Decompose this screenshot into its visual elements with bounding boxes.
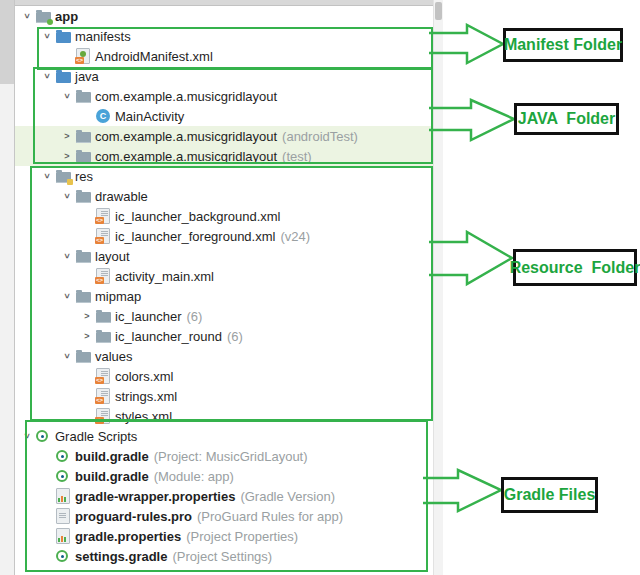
tree-item-annotation: (6) (187, 309, 203, 324)
gradle-icon (36, 430, 48, 442)
tree-item-label: layout (95, 249, 130, 264)
tree-row[interactable]: CMainActivity (14, 106, 442, 126)
chevron-collapsed-icon[interactable]: > (78, 311, 96, 321)
tree-row[interactable]: settings.gradle(Project Settings) (14, 546, 442, 566)
tree-row[interactable]: <>strings.xml (14, 386, 442, 406)
folder-icon (76, 352, 91, 363)
tree-row[interactable]: >drawable (14, 186, 442, 206)
tree-item-label: colors.xml (115, 369, 174, 384)
chevron-expanded-icon[interactable]: > (62, 287, 72, 305)
source-folder-icon (56, 32, 71, 43)
tree-row[interactable]: >ic_launcher(6) (14, 306, 442, 326)
tool-window-bar (0, 0, 15, 575)
xml-file-icon: <> (96, 408, 110, 424)
chevron-expanded-icon[interactable]: > (22, 427, 32, 445)
chevron-collapsed-icon[interactable]: > (78, 331, 96, 341)
tree-row[interactable]: <>colors.xml (14, 366, 442, 386)
chevron-collapsed-icon[interactable]: > (58, 151, 76, 161)
tree-item-label: mipmap (95, 289, 141, 304)
tree-row[interactable]: >app (14, 6, 442, 26)
tree-item-annotation: (v24) (280, 229, 310, 244)
tree-row[interactable]: >values (14, 346, 442, 366)
tree-row[interactable]: >res (14, 166, 442, 186)
scrollbar-thumb[interactable] (435, 2, 442, 20)
tree-row[interactable]: <>ic_launcher_background.xml (14, 206, 442, 226)
tree-item-label: com.example.a.musicgridlayout (95, 129, 277, 144)
tree-item-label: res (75, 169, 93, 184)
tree-item-label: proguard-rules.pro (75, 509, 192, 524)
tree-item-label: java (75, 69, 99, 84)
tree-row[interactable]: >com.example.a.musicgridlayout(test) (14, 146, 442, 166)
tree-row[interactable]: <>ic_launcher_foreground.xml(v24) (14, 226, 442, 246)
tree-row[interactable]: <>activity_main.xml (14, 266, 442, 286)
folder-icon (76, 132, 91, 143)
tree-item-label: settings.gradle (75, 549, 167, 564)
tree-row[interactable]: >layout (14, 246, 442, 266)
tree-row[interactable]: gradle.properties(Project Properties) (14, 526, 442, 546)
gradle-icon (56, 470, 68, 482)
tree-item-label: MainActivity (115, 109, 184, 124)
folder-icon (96, 312, 111, 323)
tree-item-annotation: (Project Settings) (172, 549, 272, 564)
project-tree: >app>manifests<>AndroidManifest.xml>java… (14, 6, 442, 575)
chevron-collapsed-icon[interactable]: > (58, 131, 76, 141)
tree-item-annotation: (ProGuard Rules for app) (197, 509, 343, 524)
xml-file-icon: <> (96, 368, 110, 384)
tree-item-label: drawable (95, 189, 148, 204)
project-panel: >app>manifests<>AndroidManifest.xml>java… (14, 0, 442, 575)
res-folder-icon (56, 172, 71, 183)
tree-row[interactable]: gradle-wrapper.properties(Gradle Version… (14, 486, 442, 506)
vertical-scrollbar[interactable] (433, 0, 443, 575)
chevron-expanded-icon[interactable]: > (62, 247, 72, 265)
chevron-expanded-icon[interactable]: > (42, 167, 52, 185)
tree-row[interactable]: >Gradle Scripts (14, 426, 442, 446)
chevron-expanded-icon[interactable]: > (42, 67, 52, 85)
chevron-expanded-icon[interactable]: > (62, 347, 72, 365)
tree-item-annotation: (Module: app) (154, 469, 234, 484)
tree-row[interactable]: >java (14, 66, 442, 86)
text-file-icon (56, 508, 70, 524)
tree-item-label: app (55, 9, 78, 24)
callout-resource-folder: Resource Folder (513, 249, 637, 286)
tree-item-label: activity_main.xml (115, 269, 214, 284)
tree-row[interactable]: >manifests (14, 26, 442, 46)
chevron-expanded-icon[interactable]: > (22, 7, 32, 25)
tree-row[interactable]: >com.example.a.musicgridlayout (14, 86, 442, 106)
gradle-icon (56, 450, 68, 462)
properties-file-icon (56, 488, 70, 504)
folder-icon (76, 192, 91, 203)
chevron-expanded-icon[interactable]: > (42, 27, 52, 45)
tree-row[interactable]: >ic_launcher_round(6) (14, 326, 442, 346)
tree-item-label: values (95, 349, 133, 364)
tree-item-label: ic_launcher (115, 309, 182, 324)
tree-item-label: gradle-wrapper.properties (75, 489, 235, 504)
tree-row[interactable]: >mipmap (14, 286, 442, 306)
chevron-expanded-icon[interactable]: > (62, 187, 72, 205)
tree-row[interactable]: <>styles.xml (14, 406, 442, 426)
callout-gradle-files: Gradle Files (501, 477, 598, 513)
tree-item-label: com.example.a.musicgridlayout (95, 149, 277, 164)
xml-file-icon: <> (96, 228, 110, 244)
callout-manifest-folder: Manifest Folder (503, 28, 623, 62)
tree-item-annotation: (Gradle Version) (240, 489, 335, 504)
tree-item-annotation: (androidTest) (282, 129, 358, 144)
class-icon: C (96, 109, 110, 123)
xml-file-icon: <> (96, 268, 110, 284)
xml-file-icon: <> (96, 388, 110, 404)
folder-icon (76, 152, 91, 163)
tree-item-label: manifests (75, 29, 131, 44)
tree-item-annotation: (Project: MusicGridLayout) (154, 449, 308, 464)
tree-row[interactable]: <>AndroidManifest.xml (14, 46, 442, 66)
tree-row[interactable]: build.gradle(Module: app) (14, 466, 442, 486)
tree-item-annotation: (test) (282, 149, 312, 164)
properties-file-icon (56, 528, 70, 544)
tree-row[interactable]: proguard-rules.pro(ProGuard Rules for ap… (14, 506, 442, 526)
tree-item-label: com.example.a.musicgridlayout (95, 89, 277, 104)
tree-item-label: styles.xml (115, 409, 172, 424)
tree-row[interactable]: build.gradle(Project: MusicGridLayout) (14, 446, 442, 466)
tree-row[interactable] (14, 566, 442, 575)
tree-item-label: build.gradle (75, 449, 149, 464)
chevron-expanded-icon[interactable]: > (62, 87, 72, 105)
tree-row[interactable]: >com.example.a.musicgridlayout(androidTe… (14, 126, 442, 146)
tree-item-annotation: (6) (227, 329, 243, 344)
